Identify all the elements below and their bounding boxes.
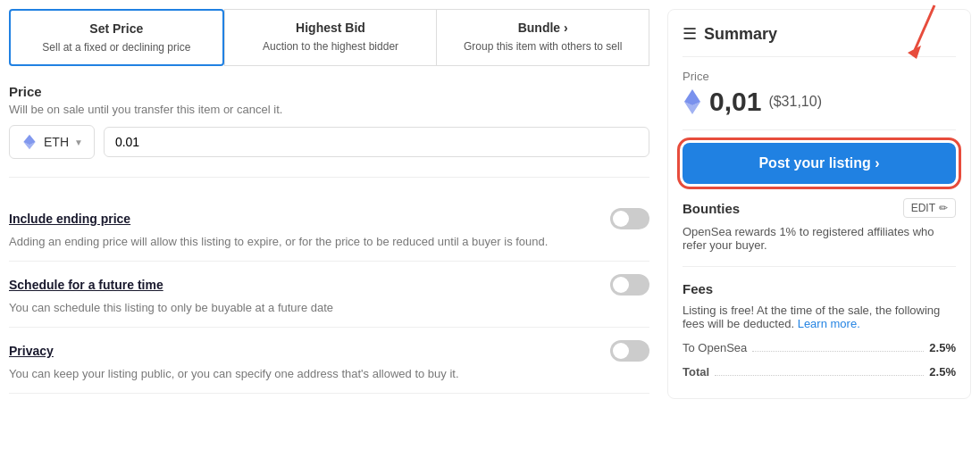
bounties-title: Bounties xyxy=(683,201,740,216)
currency-label: ETH xyxy=(44,135,69,149)
price-section: Price Will be on sale until you transfer… xyxy=(9,84,649,178)
tab-set-price-title: Set Price xyxy=(20,21,214,36)
include-ending-price-slider xyxy=(610,208,649,229)
fees-title: Fees xyxy=(683,281,956,296)
fee-name-total: Total xyxy=(683,365,709,379)
tab-bundle-title: Bundle › xyxy=(446,21,640,35)
bounties-desc: OpenSea rewards 1% to registered affilia… xyxy=(683,225,956,267)
summary-price-label: Price xyxy=(683,70,956,83)
fee-val-opensea: 2.5% xyxy=(929,341,956,354)
summary-price-main: 0,01 ($31,10) xyxy=(683,87,956,130)
tab-highest-bid[interactable]: Highest Bid Auction to the highest bidde… xyxy=(224,9,437,66)
schedule-future-slider xyxy=(610,274,649,296)
tab-bundle[interactable]: Bundle › Group this item with others to … xyxy=(436,9,649,66)
chevron-down-icon: ▼ xyxy=(74,137,83,147)
privacy-toggle[interactable] xyxy=(610,340,649,362)
fees-desc: Listing is free! At the time of the sale… xyxy=(683,304,956,330)
bounties-edit-label: EDIT xyxy=(911,202,935,214)
summary-panel: ☰ Summary Price 0,01 ($31,10) Post your … xyxy=(667,9,971,399)
tab-bundle-subtitle: Group this item with others to sell xyxy=(464,40,622,53)
summary-list-icon: ☰ xyxy=(683,24,697,44)
price-input[interactable] xyxy=(104,127,649,157)
fee-dots-total xyxy=(715,369,924,376)
tab-highest-bid-title: Highest Bid xyxy=(234,21,428,35)
learn-more-link[interactable]: Learn more. xyxy=(798,317,860,330)
include-ending-price-toggle[interactable] xyxy=(610,208,649,229)
include-ending-price-label[interactable]: Include ending price xyxy=(9,212,130,226)
privacy-label[interactable]: Privacy xyxy=(9,344,54,358)
privacy-header: Privacy xyxy=(9,340,649,362)
include-ending-price-header: Include ending price xyxy=(9,208,649,229)
include-ending-price-section: Include ending price Adding an ending pr… xyxy=(9,196,649,262)
fee-dots-opensea xyxy=(752,345,924,352)
summary-title: Summary xyxy=(704,25,777,44)
summary-price-value: 0,01 xyxy=(709,87,761,117)
price-section-desc: Will be on sale until you transfer this … xyxy=(9,103,649,116)
privacy-section: Privacy You can keep your listing public… xyxy=(9,328,649,394)
fee-row-opensea: To OpenSea 2.5% xyxy=(683,341,956,354)
schedule-future-desc: You can schedule this listing to only be… xyxy=(9,301,649,314)
currency-select[interactable]: ETH ▼ xyxy=(9,125,95,159)
tab-set-price[interactable]: Set Price Sell at a fixed or declining p… xyxy=(9,9,224,66)
eth-icon xyxy=(21,133,38,151)
schedule-future-label[interactable]: Schedule for a future time xyxy=(9,278,163,292)
bounties-row: Bounties EDIT ✏ xyxy=(683,198,956,218)
schedule-future-toggle[interactable] xyxy=(610,274,649,296)
summary-title-row: ☰ Summary xyxy=(683,24,956,57)
tab-highest-bid-subtitle: Auction to the highest bidder xyxy=(263,40,398,53)
price-input-row: ETH ▼ xyxy=(9,125,649,159)
summary-eth-icon xyxy=(683,87,702,116)
privacy-desc: You can keep your listing public, or you… xyxy=(9,367,649,380)
fee-name-opensea: To OpenSea xyxy=(683,341,747,354)
schedule-future-section: Schedule for a future time You can sched… xyxy=(9,262,649,328)
price-section-title: Price xyxy=(9,84,649,99)
tab-set-price-subtitle: Sell at a fixed or declining price xyxy=(42,41,190,54)
summary-price-usd: ($31,10) xyxy=(768,94,822,110)
schedule-future-header: Schedule for a future time xyxy=(9,274,649,296)
right-panel: ☰ Summary Price 0,01 ($31,10) Post your … xyxy=(667,9,971,449)
fee-row-total: Total 2.5% xyxy=(683,360,956,379)
bounties-edit-button[interactable]: EDIT ✏ xyxy=(903,198,956,218)
listing-type-tabs: Set Price Sell at a fixed or declining p… xyxy=(9,9,649,66)
left-panel: Set Price Sell at a fixed or declining p… xyxy=(9,9,649,449)
post-listing-label: Post your listing › xyxy=(758,155,879,171)
privacy-slider xyxy=(610,340,649,362)
post-listing-button[interactable]: Post your listing › xyxy=(683,143,956,184)
include-ending-price-desc: Adding an ending price will allow this l… xyxy=(9,235,649,248)
pencil-icon: ✏ xyxy=(939,202,948,214)
fee-val-total: 2.5% xyxy=(929,365,956,379)
